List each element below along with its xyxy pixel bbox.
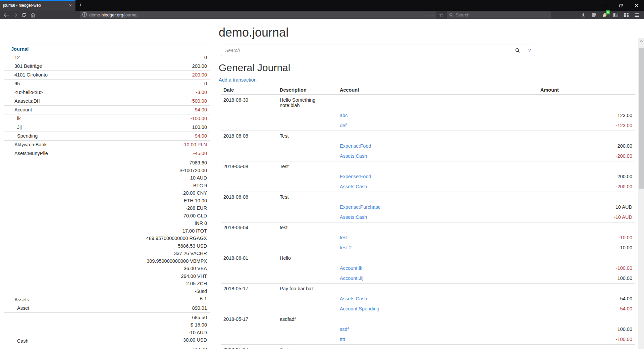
sidebar-account-row: 950 [4, 79, 210, 88]
browser-search-field[interactable]: Search [447, 11, 551, 18]
header-amount: Amount [538, 86, 635, 95]
posting-account-link[interactable]: Assets:Cash [340, 153, 367, 159]
search-help-button[interactable]: ? [524, 45, 535, 56]
sidebar-account-name[interactable]: 4101 Girokonto [4, 72, 191, 78]
active-tab-accent [0, 0, 75, 1]
window-minimize-button[interactable]: – [598, 0, 613, 11]
sidebar-account-name[interactable]: Cash [4, 338, 181, 344]
screenshots-grid-icon[interactable] [623, 11, 630, 19]
posting-description-spacer [277, 110, 337, 120]
sidebar-toggle-icon[interactable] [612, 11, 619, 19]
posting-account-link[interactable]: Account:lk [340, 265, 362, 271]
posting-account-link[interactable]: abc [340, 113, 347, 118]
main-panel: demo.journal ? General Journal Add a tra… [219, 19, 635, 349]
posting-account-cell: Assets:Cash [337, 151, 538, 161]
posting-account-link[interactable]: Account:Jij [340, 276, 363, 281]
sidebar-account-row: Aktywa:mBank-10.00 PLN [4, 140, 210, 149]
back-icon[interactable] [2, 11, 11, 19]
posting-account-link[interactable]: test 2 [340, 245, 352, 250]
sidebar-journal-heading: Journal [4, 45, 210, 53]
sidebar-account-name[interactable]: Asets:MunyPile [4, 151, 193, 156]
library-icon[interactable] [590, 11, 598, 19]
sidebar-account-name[interactable]: Assets [4, 297, 146, 303]
posting-date-spacer [221, 304, 277, 314]
tab-close-icon[interactable]: × [68, 3, 73, 8]
bookmark-star-icon[interactable]: ☆ [439, 11, 443, 18]
posting-amount: -54.00 [538, 304, 635, 314]
transaction-row: 2018-06-04test [221, 222, 635, 233]
posting-account-link[interactable]: tttt [340, 337, 345, 342]
transaction-description: Hello Something note:blah [277, 95, 337, 110]
transaction-description: Test [277, 345, 337, 349]
posting-row: def-123.00 [221, 120, 635, 131]
sidebar-account-name[interactable]: Account [4, 107, 193, 113]
sidebar-account-row: Asets:MunyPile-45.00 [4, 149, 210, 158]
transaction-row: 2018-06-06Test [221, 192, 635, 202]
sidebar-account-name[interactable]: Spending [4, 133, 193, 139]
forward-icon[interactable] [11, 11, 19, 19]
sidebar-account-name[interactable]: Aaasets:DH [4, 98, 191, 104]
sidebar-account-name[interactable]: 301 Beiträge [4, 63, 192, 69]
posting-account-link[interactable]: Expense:Food [340, 143, 371, 149]
posting-description-spacer [277, 202, 337, 212]
url-bar[interactable]: demo.hledger.org/journal ⋯ [80, 11, 436, 18]
posting-account-link[interactable]: Expense:Purchase [340, 204, 381, 210]
posting-account-link[interactable]: Assets:Cash [340, 214, 367, 220]
posting-account-cell: Assets:Cash [337, 294, 538, 304]
journal-search-input[interactable] [221, 45, 511, 56]
sidebar-account-name[interactable]: <u>hello</u> [4, 90, 196, 95]
sidebar-account-balance: -117.00 [191, 347, 207, 349]
posting-account-link[interactable]: Account:Spending [340, 306, 379, 311]
posting-account-link[interactable]: test [340, 235, 347, 240]
url-path: /journal [123, 12, 138, 17]
posting-amount: 10.00 [538, 243, 635, 253]
posting-amount: 100.00 [538, 324, 635, 334]
posting-row: Expense:Purchase10 AUD [221, 202, 635, 212]
tab-bar: journal - hledger-web × + – [0, 0, 644, 11]
posting-account-link[interactable]: Assets:Cash [340, 184, 367, 189]
posting-row: test 210.00 [221, 243, 635, 253]
journal-search-button[interactable] [511, 45, 524, 56]
sidebar-journal-link[interactable]: Journal [11, 46, 29, 52]
reload-icon[interactable] [19, 11, 28, 19]
scrollbar-up-icon[interactable] [638, 38, 644, 44]
sidebar-account-name[interactable]: lk [4, 116, 191, 121]
transaction-account-cell [337, 161, 538, 172]
sidebar-account-name[interactable]: 12 [4, 55, 204, 60]
sidebar-account-balance: -200.00 [191, 72, 207, 78]
posting-description-spacer [277, 212, 337, 222]
posting-amount: -100.00 [538, 334, 635, 345]
new-tab-button[interactable]: + [75, 0, 86, 11]
home-icon[interactable] [28, 11, 37, 19]
add-transaction-link[interactable]: Add a transaction [219, 77, 257, 83]
site-info-icon[interactable] [82, 12, 87, 18]
posting-row: Expense:Food200.00 [221, 141, 635, 151]
balance-amount-line: 337.26 VACHR [146, 250, 207, 257]
transaction-account-cell [337, 253, 538, 263]
posting-row: Expense:Food200.00 [221, 171, 635, 182]
downloads-icon[interactable] [580, 11, 587, 19]
posting-account-link[interactable]: Assets:Cash [340, 296, 367, 301]
scrollbar-thumb[interactable] [639, 48, 644, 189]
page-actions-icon[interactable]: ⋯ [429, 12, 434, 17]
posting-account-link[interactable]: ssdf [340, 327, 349, 332]
window-close-button[interactable] [629, 0, 644, 11]
posting-account-cell: Account:Jij [337, 273, 538, 284]
window-restore-button[interactable] [613, 0, 629, 11]
balance-amount-line: $-100720.00 [146, 167, 207, 174]
sidebar-account-name[interactable]: Jij [4, 124, 192, 130]
sidebar-account-name[interactable]: 95 [4, 81, 204, 87]
sidebar-account-name[interactable]: Asset [4, 305, 192, 311]
page-scrollbar[interactable] [638, 38, 644, 349]
page-title: demo.journal [219, 26, 635, 39]
extension-ghostery-icon[interactable]: 0 [601, 11, 608, 19]
balance-amount-line: INR 8 [146, 219, 207, 227]
transaction-description: Pay foo bar baz [277, 284, 337, 294]
browser-tab[interactable]: journal - hledger-web × [0, 0, 75, 11]
menu-hamburger-icon[interactable] [633, 11, 641, 19]
posting-account-link[interactable]: Expense:Food [340, 174, 371, 179]
posting-description-spacer [277, 151, 337, 161]
sidebar-account-name[interactable]: Aktywa:mBank [4, 142, 182, 148]
sidebar-account-balance: 7989.60$-100720.00-10 AUDBTC 9-20.00 CNY… [146, 159, 207, 303]
posting-account-link[interactable]: def [340, 123, 346, 128]
